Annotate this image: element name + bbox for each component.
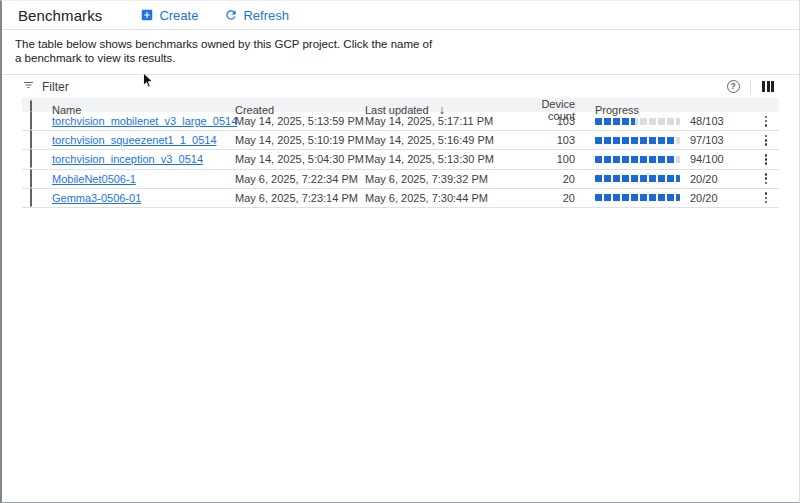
progress-cell: 20/20 (575, 192, 753, 204)
progress-bar (595, 156, 680, 163)
kebab-icon (765, 173, 768, 184)
filter-button[interactable]: Filter (22, 79, 69, 94)
device-count-cell: 20 (532, 192, 575, 204)
progress-cell: 94/100 (575, 153, 753, 165)
filter-bar-divider (750, 80, 751, 94)
created-cell: May 14, 2025, 5:13:59 PM (235, 115, 365, 127)
progress-label: 97/103 (690, 134, 724, 146)
last-updated-cell: May 14, 2025, 5:13:30 PM (365, 153, 532, 165)
device-count-cell: 103 (532, 134, 575, 146)
created-cell: May 6, 2025, 7:22:34 PM (235, 173, 365, 185)
created-cell: May 6, 2025, 7:23:14 PM (235, 192, 365, 204)
row-menu-button[interactable] (753, 131, 779, 149)
row-checkbox[interactable] (30, 111, 32, 130)
refresh-icon (224, 8, 238, 22)
table-header-row: Name Created Last updated ↓ Device count… (22, 98, 779, 112)
progress-label: 48/103 (690, 115, 724, 127)
refresh-button-label: Refresh (243, 8, 289, 23)
created-cell: May 14, 2025, 5:10:19 PM (235, 134, 365, 146)
create-button[interactable]: Create (140, 8, 198, 23)
table-row: torchvision_inception_v3_0514 May 14, 20… (22, 150, 779, 169)
kebab-icon (765, 154, 768, 165)
columns-icon (762, 81, 774, 92)
device-count-cell: 100 (532, 153, 575, 165)
create-button-label: Create (159, 8, 198, 23)
row-checkbox[interactable] (30, 149, 32, 168)
row-menu-button[interactable] (753, 189, 779, 207)
progress-label: 94/100 (690, 153, 724, 165)
progress-bar (595, 137, 680, 144)
table-row: Gemma3-0506-01 May 6, 2025, 7:23:14 PM M… (22, 189, 779, 208)
row-menu-button[interactable] (753, 112, 779, 130)
row-checkbox[interactable] (30, 169, 32, 188)
row-checkbox[interactable] (30, 130, 32, 149)
benchmark-link[interactable]: torchvision_squeezenet1_1_0514 (52, 134, 235, 146)
add-box-icon (140, 8, 154, 22)
benchmark-link[interactable]: MobileNet0506-1 (52, 173, 235, 185)
row-menu-button[interactable] (753, 170, 779, 188)
row-checkbox[interactable] (30, 188, 32, 207)
progress-bar (595, 175, 680, 182)
kebab-icon (765, 116, 768, 127)
device-count-cell: 103 (532, 115, 575, 127)
last-updated-cell: May 6, 2025, 7:39:32 PM (365, 173, 532, 185)
column-display-button[interactable] (757, 78, 779, 96)
description-line-2: a benchmark to view its results. (15, 52, 783, 66)
kebab-icon (765, 135, 768, 146)
filter-icon (22, 79, 35, 94)
description-line-1: The table below shows benchmarks owned b… (15, 38, 783, 52)
benchmark-link[interactable]: torchvision_mobilenet_v3_large_0514 (52, 115, 235, 127)
benchmarks-table: Name Created Last updated ↓ Device count… (22, 98, 779, 208)
progress-label: 20/20 (690, 173, 718, 185)
filter-button-label: Filter (42, 80, 69, 94)
benchmark-link[interactable]: torchvision_inception_v3_0514 (52, 153, 235, 165)
progress-cell: 97/103 (575, 134, 753, 146)
page-title: Benchmarks (18, 7, 102, 24)
help-icon: ? (727, 80, 740, 93)
top-toolbar: Benchmarks Create Refresh (2, 1, 799, 29)
last-updated-cell: May 14, 2025, 5:16:49 PM (365, 134, 532, 146)
benchmarks-page: Benchmarks Create Refresh The table belo… (0, 0, 800, 503)
last-updated-cell: May 14, 2025, 5:17:11 PM (365, 115, 532, 127)
progress-label: 20/20 (690, 192, 718, 204)
table-row: MobileNet0506-1 May 6, 2025, 7:22:34 PM … (22, 170, 779, 189)
progress-bar (595, 194, 680, 201)
description-area: The table below shows benchmarks owned b… (2, 30, 799, 74)
progress-cell: 20/20 (575, 173, 753, 185)
progress-cell: 48/103 (575, 115, 753, 127)
row-menu-button[interactable] (753, 150, 779, 168)
table-row: torchvision_squeezenet1_1_0514 May 14, 2… (22, 131, 779, 150)
created-cell: May 14, 2025, 5:04:30 PM (235, 153, 365, 165)
kebab-icon (765, 192, 768, 203)
refresh-button[interactable]: Refresh (224, 8, 289, 23)
help-button[interactable]: ? (722, 78, 744, 96)
benchmark-link[interactable]: Gemma3-0506-01 (52, 192, 235, 204)
progress-bar (595, 118, 680, 125)
device-count-cell: 20 (532, 173, 575, 185)
table-row: torchvision_mobilenet_v3_large_0514 May … (22, 112, 779, 131)
last-updated-cell: May 6, 2025, 7:30:44 PM (365, 192, 532, 204)
table-filter-bar: Filter ? (2, 74, 799, 98)
